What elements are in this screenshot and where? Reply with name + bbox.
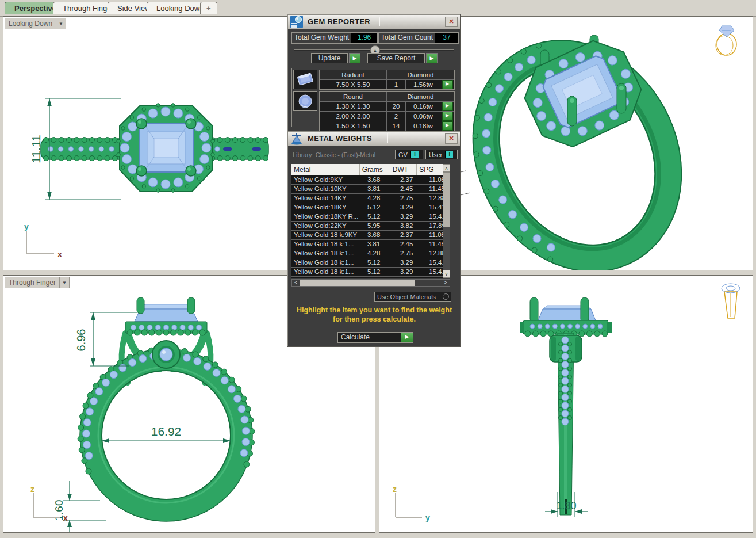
metal-cell: 2.75 [398, 249, 427, 258]
metal-cell: 2.37 [398, 175, 427, 184]
dimension-inner-diameter: 16.92 [102, 425, 231, 443]
metal-weights-panel: METAL WEIGHTS ✕ Library: Classic - (Fast… [287, 131, 460, 346]
metal-table-row[interactable]: Yellow Gold:10KY3.812.4511.45 [291, 185, 443, 194]
axis-indicator: y x [24, 222, 62, 259]
chevron-down-icon[interactable]: ▼ [56, 18, 66, 29]
metal-cell: 3.82 [398, 222, 427, 230]
metal-table-row[interactable]: Yellow Gold 18 k:9KY3.682.3711.08 [291, 231, 443, 240]
close-icon[interactable]: ✕ [445, 133, 458, 144]
close-icon[interactable]: ✕ [445, 17, 458, 27]
svg-text:y: y [425, 513, 430, 522]
viewport-title-dropdown[interactable]: Through Finger ▼ [5, 277, 70, 288]
gem-size: 1.50 X 1.50 [320, 121, 387, 131]
round-gem-icon [293, 91, 317, 111]
gem-count: 2 [387, 112, 406, 121]
total-gem-count-field: Total Gem Count 37 [378, 32, 459, 44]
dimension-shank-thickness: 1.60 [53, 481, 106, 532]
gem-select-icon[interactable]: ▶ [442, 80, 453, 89]
calculate-button[interactable]: Calculate ▶ [337, 332, 413, 343]
gem-count: 14 [387, 121, 406, 131]
gem-group-header: Round Diamond [320, 92, 454, 101]
svg-text:6.96: 6.96 [75, 329, 87, 352]
titlebar-separator [379, 17, 379, 26]
svg-text:16.92: 16.92 [151, 425, 182, 438]
metal-table-row[interactable]: Yellow Gold:14KY4.282.7512.88 [291, 194, 443, 203]
panel-title: METAL WEIGHTS [308, 134, 372, 143]
metal-cell: Yellow Gold 18 k:1... [291, 249, 365, 258]
viewport-title: Through Finger [5, 278, 59, 287]
metal-weights-titlebar[interactable]: METAL WEIGHTS ✕ [288, 132, 460, 146]
scroll-left-icon[interactable]: < [292, 280, 300, 286]
metal-table-row[interactable]: Yellow Gold:18KY5.123.2915.41 [291, 203, 443, 212]
metal-table-row[interactable]: Yellow Gold 18 k:1...4.282.7512.88 [291, 249, 443, 258]
metal-cell: 15.41 [427, 212, 443, 221]
metal-table-row[interactable]: Yellow Gold:9KY3.682.3711.08 [291, 175, 443, 185]
metal-cell: 17.89 [427, 222, 443, 230]
metal-cell: 5.12 [365, 212, 398, 221]
vertical-scrollbar[interactable]: ∧ ∨ [443, 164, 450, 278]
gem-select-icon[interactable]: ▶ [442, 112, 453, 121]
column-grams: Grams [360, 164, 390, 175]
use-object-materials-label: Use Object Materials [375, 293, 443, 300]
scroll-up-icon[interactable]: ∧ [443, 164, 450, 172]
metal-table-body: Yellow Gold:9KY3.682.3711.08Yellow Gold:… [291, 175, 443, 278]
update-run-icon[interactable]: ▶ [349, 53, 360, 63]
titlebar-separator [387, 133, 387, 143]
metal-table-row[interactable]: Yellow Gold 18 k:1...5.123.2915.41 [291, 258, 443, 268]
gem-row: 7.50 X 5.50 1 1.56tw ▶ [320, 79, 454, 89]
viewport-title-dropdown[interactable]: Looking Down ▼ [5, 18, 66, 29]
gem-group-round: Round Diamond 1.30 X 1.30 20 0.16tw ▶ 2.… [293, 91, 455, 131]
metal-cell: 12.88 [427, 249, 443, 258]
instruction-line1: Highlight the item you want to find the … [291, 306, 458, 315]
gem-select-icon[interactable]: ▶ [442, 121, 453, 131]
scrollbar-thumb[interactable] [443, 172, 450, 227]
chevron-down-icon[interactable]: ▼ [59, 277, 69, 288]
metal-cell: 11.45 [427, 185, 443, 193]
add-tab-button[interactable]: + [200, 2, 217, 14]
metal-cell: 5.95 [365, 222, 398, 230]
total-gem-count-label: Total Gem Count [379, 33, 435, 43]
gem-row: 1.50 X 1.50 14 0.18tw ▶ [320, 121, 454, 131]
metal-table-row[interactable]: Yellow Gold:22KY5.953.8217.89 [291, 222, 443, 231]
viewport-title: Looking Down [5, 20, 56, 28]
gem-size: 1.30 X 1.30 [320, 102, 387, 111]
metal-cell: 11.45 [427, 240, 443, 249]
use-object-materials-button[interactable]: Use Object Materials [374, 292, 451, 302]
svg-text:z: z [393, 484, 397, 494]
update-button[interactable]: Update [311, 53, 348, 63]
radiant-gem-icon [293, 70, 317, 89]
metal-cell: 5.12 [365, 258, 398, 267]
horizontal-scrollbar[interactable]: < > [291, 279, 450, 287]
save-report-button[interactable]: Save Report [367, 53, 425, 63]
metal-table-header: Metal Grams DWT SPG [291, 164, 443, 175]
gem-row: 2.00 X 2.00 2 0.06tw ▶ [320, 111, 454, 121]
metal-cell: Yellow Gold:18KY [291, 203, 365, 212]
metal-cell: 15.41 [427, 258, 443, 267]
scrollbar-thumb[interactable] [300, 280, 415, 286]
metal-cell: 2.45 [398, 185, 427, 193]
total-gem-count-value: 37 [435, 33, 458, 43]
metal-cell: Yellow Gold:22KY [291, 222, 365, 230]
metal-cell: 4.28 [365, 249, 398, 258]
metal-cell: 3.29 [398, 258, 427, 267]
metal-cell: 5.12 [365, 268, 398, 276]
gem-reporter-titlebar[interactable]: GEM REPORTER ✕ [288, 15, 460, 29]
gv-toggle-button[interactable]: GV I [395, 150, 423, 159]
gem-size: 2.00 X 2.00 [320, 112, 387, 121]
metal-table-row[interactable]: Yellow Gold 18 k:1...3.812.4511.45 [291, 240, 443, 249]
gem-type: Diamond [387, 70, 454, 79]
gem-weight: 0.18tw [406, 121, 440, 131]
gem-select-icon[interactable]: ▶ [442, 102, 453, 111]
metal-cell: 15.41 [427, 203, 443, 212]
svg-text:1.80: 1.80 [556, 500, 576, 512]
metal-table-row[interactable]: Yellow Gold:18KY R...5.123.2915.41 [291, 212, 443, 222]
scroll-right-icon[interactable]: > [442, 280, 450, 286]
scroll-down-icon[interactable]: ∨ [443, 270, 450, 278]
user-toggle-button[interactable]: User I [425, 150, 458, 159]
axis-indicator: z y [393, 484, 430, 522]
save-report-run-icon[interactable]: ▶ [426, 53, 438, 63]
gem-group-header: Radiant Diamond [320, 70, 454, 79]
gem-weight: 0.06tw [406, 112, 440, 121]
metal-table-row[interactable]: Yellow Gold 18 k:1...5.123.2915.41 [291, 268, 443, 277]
instruction-line2: for then press calculate. [291, 315, 458, 324]
